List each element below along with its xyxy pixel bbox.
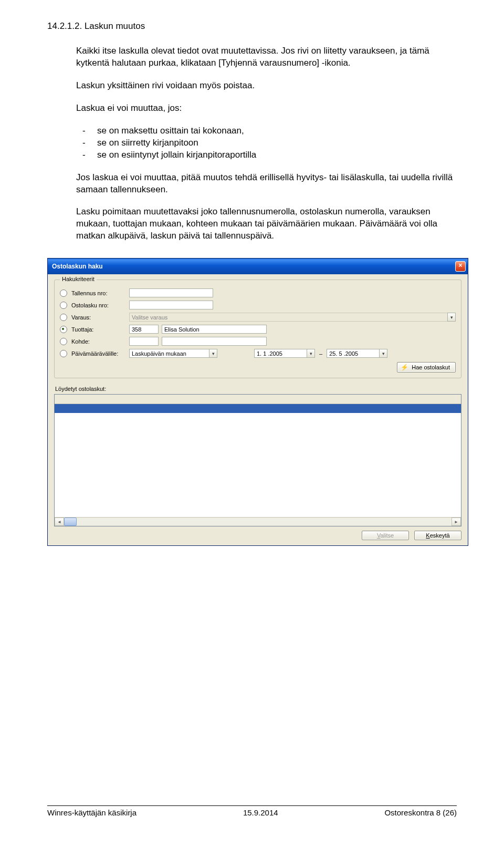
paragraph: Laskun yksittäinen rivi voidaan myös poi… xyxy=(76,80,457,92)
close-icon[interactable]: × xyxy=(455,261,466,272)
footer-left: Winres-käyttäjän käsikirja xyxy=(47,808,136,817)
paragraph: Jos laskua ei voi muuttaa, pitää muutos … xyxy=(76,172,457,196)
scroll-left-icon[interactable]: ◄ xyxy=(55,518,64,526)
label-ostolasku: Ostolasku nro: xyxy=(71,302,129,308)
button-keskeyta[interactable]: Keskeytä xyxy=(414,531,461,540)
list-row-selected[interactable] xyxy=(55,404,461,413)
bolt-icon: ⚡ xyxy=(401,364,408,371)
paragraph: Lasku poimitaan muutettavaksi joko talle… xyxy=(76,206,457,242)
bullet-item: se on siirretty kirjanpitoon xyxy=(76,137,457,149)
input-tuottaja-name[interactable] xyxy=(162,325,267,334)
date-to[interactable] xyxy=(327,349,379,358)
chevron-down-icon[interactable] xyxy=(447,313,456,322)
horizontal-scrollbar[interactable]: ◄ ► xyxy=(55,517,461,526)
radio-paivamaara[interactable] xyxy=(60,350,67,357)
radio-ostolasku[interactable] xyxy=(60,302,67,309)
label-kohde: Kohde: xyxy=(71,338,129,345)
paragraph: Kaikki itse laskulla olevat tiedot ovat … xyxy=(76,45,457,69)
combo-varaus[interactable] xyxy=(129,313,447,322)
footer-right: Ostoreskontra 8 (26) xyxy=(384,808,457,817)
radio-kohde[interactable] xyxy=(60,338,67,345)
input-kohde-code[interactable] xyxy=(129,337,159,346)
input-ostolasku-nro[interactable] xyxy=(129,301,213,309)
label-paivamaara: Päivämäärävälille: xyxy=(71,350,129,357)
label-found: Löydetyt ostolaskut: xyxy=(55,386,461,392)
dash-separator: – xyxy=(319,350,322,357)
list-header[interactable] xyxy=(55,395,461,404)
label-tuottaja: Tuottaja: xyxy=(71,326,129,333)
bullet-list: se on maksettu osittain tai kokonaan, se… xyxy=(76,125,457,161)
titlebar[interactable]: Ostolaskun haku × xyxy=(48,259,468,274)
input-tuottaja-code[interactable] xyxy=(129,325,159,334)
footer-center: 15.9.2014 xyxy=(243,808,278,817)
date-from[interactable] xyxy=(254,349,307,358)
label-tallennus: Tallennus nro: xyxy=(71,290,129,296)
paragraph: Laskua ei voi muuttaa, jos: xyxy=(76,102,457,115)
radio-tuottaja[interactable] xyxy=(60,326,67,333)
dialog-title: Ostolaskun haku xyxy=(52,263,103,270)
combo-paivamaara-mode[interactable] xyxy=(129,349,209,358)
button-valitse[interactable]: Valitse xyxy=(362,531,409,540)
chevron-down-icon[interactable] xyxy=(379,349,387,358)
input-kohde-name[interactable] xyxy=(162,337,267,346)
input-tallennus-nro[interactable] xyxy=(129,288,213,297)
scroll-thumb[interactable] xyxy=(64,518,77,526)
button-hae-ostolaskut[interactable]: ⚡ HHae ostolaskutae ostolaskut xyxy=(397,362,456,373)
groupbox-title: Hakukriteerit xyxy=(60,276,97,282)
bullet-item: se on maksettu osittain tai kokonaan, xyxy=(76,125,457,137)
radio-tallennus[interactable] xyxy=(60,290,67,297)
radio-varaus[interactable] xyxy=(60,314,67,321)
list-ostolaskut[interactable]: ◄ ► xyxy=(54,394,461,526)
section-heading: 14.2.1.2. Laskun muutos xyxy=(47,21,457,32)
label-varaus: Varaus: xyxy=(71,314,129,321)
groupbox-hakukriteerit: Hakukriteerit Tallennus nro: Ostolasku n… xyxy=(54,280,461,378)
chevron-down-icon[interactable] xyxy=(307,349,315,358)
body-text: Kaikki itse laskulla olevat tiedot ovat … xyxy=(76,45,457,242)
dialog-ostolaskun-haku: Ostolaskun haku × Hakukriteerit Tallennu… xyxy=(47,258,468,546)
chevron-down-icon[interactable] xyxy=(209,349,217,358)
page-footer: Winres-käyttäjän käsikirja 15.9.2014 Ost… xyxy=(47,805,457,817)
scroll-right-icon[interactable]: ► xyxy=(452,518,461,526)
bullet-item: se on esiintynyt jollain kirjanpitorapor… xyxy=(76,149,457,161)
scroll-track[interactable] xyxy=(77,518,452,525)
